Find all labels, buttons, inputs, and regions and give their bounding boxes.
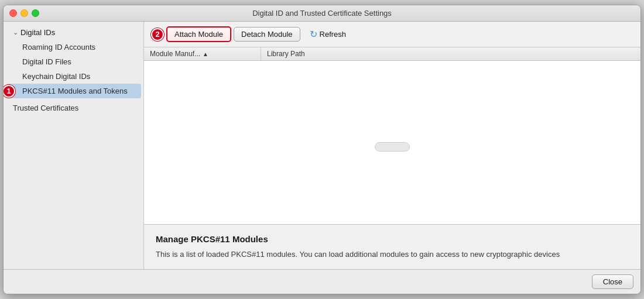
content-area: 2 Attach Module Detach Module ↻ Refresh … — [144, 22, 640, 269]
detach-module-button[interactable]: Detach Module — [234, 27, 300, 42]
sidebar-item-roaming[interactable]: Roaming ID Accounts — [4, 40, 143, 54]
refresh-label: Refresh — [320, 30, 347, 39]
main-window: Digital ID and Trusted Certificate Setti… — [3, 5, 641, 294]
attach-module-button[interactable]: Attach Module — [166, 26, 231, 42]
col-header-manufacturer[interactable]: Module Manuf... ▲ — [144, 47, 261, 60]
info-panel-title: Manage PKCS#11 Modules — [156, 234, 629, 244]
toolbar: 2 Attach Module Detach Module ↻ Refresh — [144, 22, 640, 47]
close-traffic-light[interactable] — [9, 9, 17, 17]
info-panel: Manage PKCS#11 Modules This is a list of… — [144, 224, 640, 270]
sidebar-digital-ids-label: Digital IDs — [20, 28, 55, 37]
col-library-label: Library Path — [267, 50, 305, 58]
minimize-traffic-light[interactable] — [20, 9, 28, 17]
sidebar-item-digital-ids[interactable]: ⌄ Digital IDs — [4, 25, 143, 40]
attach-module-label: Attach Module — [174, 30, 223, 39]
bottom-bar: Close — [4, 269, 640, 294]
sidebar-item-pkcs-wrapper: 1 PKCS#11 Modules and Tokens — [4, 84, 143, 98]
table-body[interactable] — [144, 61, 640, 224]
sidebar-item-keychain[interactable]: Keychain Digital IDs — [4, 69, 143, 84]
sidebar-trusted-certs-label: Trusted Certificates — [13, 104, 78, 112]
col-header-library[interactable]: Library Path — [261, 47, 640, 60]
sidebar-item-files[interactable]: Digital ID Files — [4, 54, 143, 69]
window-title: Digital ID and Trusted Certificate Setti… — [252, 9, 392, 18]
sidebar-roaming-label: Roaming ID Accounts — [22, 43, 95, 51]
titlebar: Digital ID and Trusted Certificate Setti… — [4, 5, 640, 22]
main-layout: ⌄ Digital IDs Roaming ID Accounts Digita… — [4, 22, 640, 269]
table-header: Module Manuf... ▲ Library Path — [144, 47, 640, 61]
sort-icon: ▲ — [203, 51, 208, 57]
annotation-1: 1 — [4, 85, 15, 98]
sidebar-files-label: Digital ID Files — [22, 57, 71, 66]
maximize-traffic-light[interactable] — [32, 9, 39, 17]
close-button[interactable]: Close — [592, 274, 633, 289]
chevron-down-icon: ⌄ — [13, 29, 18, 36]
col-manufacturer-label: Module Manuf... — [150, 50, 200, 58]
scroll-handle[interactable] — [375, 142, 410, 152]
sidebar: ⌄ Digital IDs Roaming ID Accounts Digita… — [4, 22, 144, 269]
refresh-button[interactable]: ↻ Refresh — [303, 26, 354, 42]
annotation-2: 2 — [151, 28, 164, 41]
sidebar-keychain-label: Keychain Digital IDs — [22, 72, 90, 81]
info-panel-description: This is a list of loaded PKCS#11 modules… — [156, 249, 629, 260]
traffic-lights — [9, 9, 39, 17]
refresh-icon: ↻ — [310, 29, 317, 40]
detach-module-label: Detach Module — [241, 30, 292, 39]
sidebar-item-pkcs[interactable]: PKCS#11 Modules and Tokens — [6, 84, 141, 98]
table-empty-area — [144, 61, 640, 224]
sidebar-pkcs-label: PKCS#11 Modules and Tokens — [22, 87, 128, 95]
sidebar-item-trusted-certs[interactable]: Trusted Certificates — [4, 101, 143, 115]
